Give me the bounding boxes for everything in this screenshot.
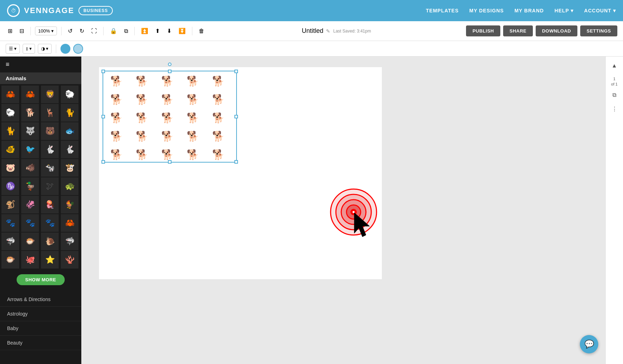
nav-my-brand[interactable]: MY BRAND	[514, 8, 544, 13]
canvas-area[interactable]: 🐕 🐕 🐕 🐕 🐕 🐕 🐕 🐕 🐕 🐕 🐕 🐕 🐕 🐕	[81, 57, 605, 364]
animal-icon-seahorse[interactable]: 🦀	[61, 214, 78, 232]
grid-icon-btn[interactable]: ⊟	[17, 26, 26, 36]
animal-icon-duck[interactable]: 🦆	[21, 177, 39, 195]
list-style-dropdown[interactable]: ☰ ▾	[6, 44, 20, 54]
animal-icon-star[interactable]: ⭐	[41, 251, 59, 269]
animal-icon-pig[interactable]: 🐷	[1, 159, 19, 177]
handle-mr[interactable]	[234, 115, 238, 118]
animal-icon-paw2[interactable]: 🐾	[21, 214, 39, 232]
animal-icon-cow2[interactable]: 🐮	[61, 159, 78, 177]
fullscreen-btn[interactable]: ⛶	[89, 26, 99, 36]
handle-tr[interactable]	[234, 70, 238, 73]
columns-dropdown[interactable]: ⫿ ▾	[23, 44, 35, 54]
animal-icon-dog[interactable]: 🐕	[21, 104, 39, 122]
animal-icon-fish2[interactable]: 🐠	[1, 141, 19, 158]
animal-icon-lion[interactable]: 🦁	[41, 86, 59, 103]
business-badge[interactable]: BUSINESS	[78, 6, 113, 15]
move-down-all-btn[interactable]: ⏬	[176, 26, 188, 36]
nav-my-designs[interactable]: MY DESIGNS	[469, 8, 504, 13]
animal-icon-blowfish[interactable]: 🐡	[1, 251, 19, 269]
move-up-all-btn[interactable]: ⏫	[139, 26, 150, 36]
nav-help[interactable]: HELP ▾	[554, 8, 573, 13]
animal-icon-wolf[interactable]: 🐺	[21, 122, 39, 140]
title-edit-icon[interactable]: ✎	[326, 28, 330, 34]
redo-btn[interactable]: ↻	[77, 26, 86, 36]
template-icon-btn[interactable]: ⊞	[6, 26, 14, 36]
copy-btn[interactable]: ⧉	[122, 26, 130, 36]
dog-10: 🐕	[206, 91, 230, 108]
design-canvas[interactable]: 🐕 🐕 🐕 🐕 🐕 🐕 🐕 🐕 🐕 🐕 🐕 🐕 🐕 🐕	[99, 67, 382, 279]
delete-btn[interactable]: 🗑	[197, 26, 206, 36]
chat-bubble[interactable]: 💬	[580, 335, 598, 353]
animal-icon-octopus[interactable]: 🐙	[21, 251, 39, 269]
animal-icon-chicken[interactable]: 🐓	[61, 196, 78, 213]
animal-icon-crab2[interactable]: 🦀	[21, 86, 39, 103]
lock-btn[interactable]: 🔒	[108, 26, 119, 36]
animal-icon-capricorn[interactable]: ♑	[1, 177, 19, 195]
svg-marker-6	[354, 213, 369, 237]
animal-icon-squid[interactable]: 🦑	[21, 196, 39, 213]
animal-icon-sheep[interactable]: 🐑	[61, 86, 78, 103]
dog-24: 🐕	[181, 146, 205, 163]
color-primary-btn[interactable]	[60, 44, 70, 54]
animal-icon-bear[interactable]: 🐻	[41, 122, 59, 140]
toolbar-separator-1	[30, 27, 31, 35]
dog-4: 🐕	[181, 72, 205, 89]
list-dropdown-arrow: ▾	[14, 46, 17, 51]
animal-icon-monkey[interactable]: 🐒	[1, 196, 19, 213]
animal-icon-turtle[interactable]: 🐢	[61, 177, 78, 195]
sidebar-header: ≡	[0, 57, 81, 72]
animal-icon-dove[interactable]: 🕊	[41, 177, 59, 195]
nav-account[interactable]: ACCOUNT ▾	[584, 8, 616, 13]
show-more-button[interactable]: SHOW MORE	[17, 274, 65, 285]
animal-icon-paw1[interactable]: 🐾	[1, 214, 19, 232]
animal-icon-cat[interactable]: 🐈	[61, 104, 78, 122]
dog-5: 🐕	[206, 72, 230, 89]
category-astrology[interactable]: Astrology	[0, 307, 81, 321]
dog-16: 🐕	[104, 128, 128, 145]
logo-text: VENNGAGE	[24, 6, 74, 15]
svg-point-4	[351, 209, 356, 215]
animal-icon-shark[interactable]: 🦈	[1, 233, 19, 250]
more-options-btn[interactable]: ⋮	[608, 103, 621, 116]
animal-icon-paw3[interactable]: 🐾	[41, 214, 59, 232]
animal-icon-cow[interactable]: 🐄	[41, 159, 59, 177]
category-arrows[interactable]: Arrows & Directions	[0, 292, 81, 307]
zoom-control[interactable]: 100% ▾	[35, 27, 57, 35]
animal-icon-bird[interactable]: 🐦	[21, 141, 39, 158]
animal-icon-pig2[interactable]: 🐗	[21, 159, 39, 177]
animal-icon-fish[interactable]: 🐟	[61, 122, 78, 140]
publish-button[interactable]: PUBLISH	[466, 25, 500, 36]
animal-icon-jellyfish[interactable]: 🪼	[41, 196, 59, 213]
category-beauty[interactable]: Beauty	[0, 336, 81, 350]
animal-icon-sheep2[interactable]: 🐑	[1, 104, 19, 122]
undo-btn[interactable]: ↺	[66, 26, 75, 36]
share-button[interactable]: SHARE	[503, 25, 533, 36]
handle-br[interactable]	[234, 160, 238, 164]
animal-icon-shark2[interactable]: 🦈	[61, 233, 78, 250]
animal-icon-coral[interactable]: 🪸	[61, 251, 78, 269]
dog-25: 🐕	[206, 146, 230, 163]
animal-icon-deer[interactable]: 🦌	[41, 104, 59, 122]
nav-templates[interactable]: TEMPLATES	[426, 8, 459, 13]
animal-icon-tropical[interactable]: 🐡	[21, 233, 39, 250]
title-area: Untitled ✎ Last Saved: 3:41pm	[209, 27, 463, 35]
scroll-up-btn[interactable]: ▲	[608, 59, 621, 72]
animal-icon-rabbit[interactable]: 🐇	[41, 141, 59, 158]
handle-rotate[interactable]	[168, 63, 171, 66]
dog-3: 🐕	[155, 72, 179, 89]
menu-icon[interactable]: ≡	[6, 61, 10, 68]
animal-icon-crab[interactable]: 🦀	[1, 86, 19, 103]
settings-button[interactable]: SETTINGS	[580, 25, 617, 36]
move-up-btn[interactable]: ⬆	[153, 26, 162, 36]
category-baby[interactable]: Baby	[0, 321, 81, 336]
opacity-dropdown[interactable]: ◑ ▾	[38, 44, 52, 54]
download-button[interactable]: DOWNLOAD	[536, 25, 577, 36]
animal-icon-cat2[interactable]: 🐈	[1, 122, 19, 140]
move-down-btn[interactable]: ⬇	[165, 26, 174, 36]
animal-icon-snail[interactable]: 🐌	[41, 233, 59, 250]
color-secondary-btn[interactable]	[73, 44, 83, 54]
copy-page-btn[interactable]: ⧉	[608, 89, 621, 101]
left-sidebar: ≡ Animals 🦀 🦀 🦁 🐑 🐑 🐕 🦌 🐈 🐈 🐺 🐻 🐟 🐠 🐦 🐇 …	[0, 57, 81, 364]
animal-icon-rabbit2[interactable]: 🐇	[61, 141, 78, 158]
